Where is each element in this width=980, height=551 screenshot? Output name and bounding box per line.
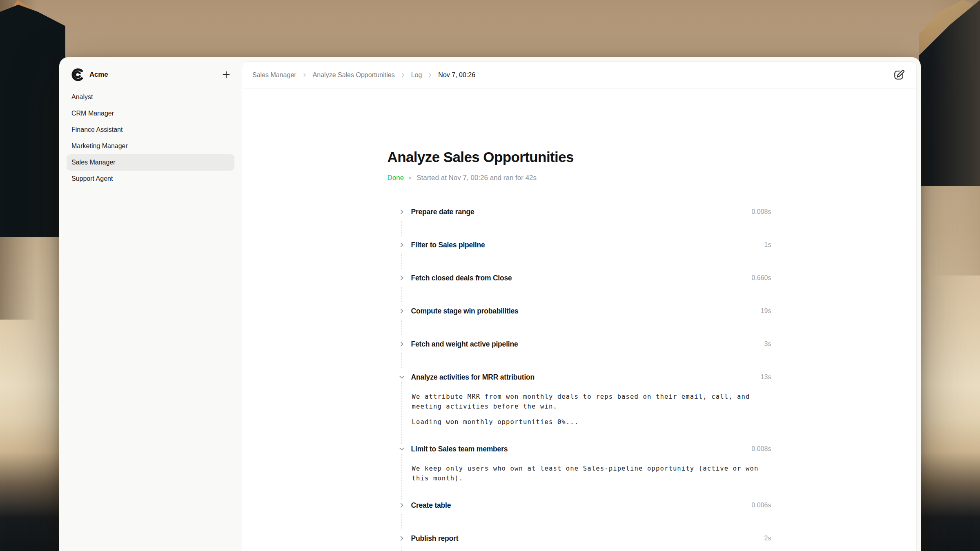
new-agent-button[interactable] — [220, 68, 233, 81]
step-name: Fetch and weight active pipeline — [411, 340, 518, 349]
sidebar-header: Acme — [59, 57, 242, 82]
sidebar-item-sales-manager[interactable]: Sales Manager — [67, 154, 234, 171]
step-log-line: Loading won monthly opportunities 0%... — [412, 417, 765, 427]
org-name: Acme — [89, 71, 108, 79]
status-badge: Done — [388, 174, 404, 182]
step-row[interactable]: Limit to Sales team members0.008s — [388, 444, 771, 454]
step-row[interactable]: Create table0.006s — [388, 500, 771, 510]
step: Compute stage win probabilities19s — [388, 306, 771, 339]
chevron-right-icon — [398, 535, 405, 542]
edit-button[interactable] — [891, 67, 906, 83]
breadcrumb-separator-icon — [427, 72, 433, 78]
chevron-down-icon — [398, 445, 405, 453]
breadcrumb-separator-icon — [400, 72, 406, 78]
step-list: Prepare date range0.008sFilter to Sales … — [388, 207, 771, 551]
chevron-down-icon — [398, 373, 405, 381]
step-connector — [388, 543, 771, 551]
step: Prepare date range0.008s — [388, 207, 771, 240]
breadcrumb-item[interactable]: Nov 7, 00:26 — [438, 71, 475, 79]
step-log-output: We keep only users who own at least one … — [401, 454, 771, 500]
brand: Acme — [71, 68, 108, 82]
step-name: Limit to Sales team members — [411, 445, 508, 453]
agent-list: AnalystCRM ManagerFinance AssistantMarke… — [59, 89, 242, 187]
step: Fetch and weight active pipeline3s — [388, 339, 771, 372]
breadcrumb-separator-icon — [302, 72, 307, 78]
step-row[interactable]: Fetch closed deals from Close0.660s — [388, 273, 771, 283]
step-name: Filter to Sales pipeline — [411, 241, 485, 249]
step: Limit to Sales team members0.008sWe keep… — [388, 444, 771, 500]
sidebar-item-marketing-manager[interactable]: Marketing Manager — [67, 138, 234, 154]
chevron-right-icon — [398, 274, 405, 282]
edit-square-icon — [893, 69, 905, 81]
step-duration: 0.660s — [751, 274, 771, 282]
step-duration: 0.008s — [751, 445, 771, 453]
step-name: Fetch closed deals from Close — [411, 274, 512, 282]
step-name: Analyze activities for MRR attribution — [411, 373, 535, 382]
desktop: Acme AnalystCRM ManagerFinance Assistant… — [0, 0, 980, 551]
step-row[interactable]: Prepare date range0.008s — [388, 207, 771, 217]
chevron-right-icon — [398, 241, 405, 249]
step-connector — [388, 217, 771, 240]
run-meta: Started at Nov 7, 00:26 and ran for 42s — [416, 174, 537, 182]
step-row[interactable]: Compute stage win probabilities19s — [388, 306, 771, 316]
step: Fetch closed deals from Close0.660s — [388, 273, 771, 306]
sidebar-item-support-agent[interactable]: Support Agent — [67, 171, 234, 187]
sidebar-item-finance-assistant[interactable]: Finance Assistant — [67, 122, 234, 138]
step-name: Compute stage win probabilities — [411, 307, 519, 315]
app-window: Acme AnalystCRM ManagerFinance Assistant… — [59, 57, 921, 551]
step-duration: 0.006s — [751, 502, 771, 509]
step-name: Create table — [411, 501, 451, 510]
step: Analyze activities for MRR attribution13… — [388, 372, 771, 444]
step-connector — [388, 510, 771, 533]
sidebar-item-crm-manager[interactable]: CRM Manager — [67, 105, 234, 122]
step-duration: 13s — [761, 373, 771, 381]
step: Filter to Sales pipeline1s — [388, 240, 771, 273]
breadcrumb-item[interactable]: Analyze Sales Opportunities — [313, 71, 395, 79]
breadcrumb: Sales ManagerAnalyze Sales Opportunities… — [252, 71, 475, 79]
step-name: Prepare date range — [411, 208, 474, 216]
breadcrumb-item[interactable]: Sales Manager — [252, 71, 296, 79]
step-log-line: We keep only users who own at least one … — [412, 464, 765, 483]
step-row[interactable]: Analyze activities for MRR attribution13… — [388, 372, 771, 382]
chevron-right-icon — [398, 502, 405, 509]
step-connector — [388, 349, 771, 372]
run-view: Analyze Sales Opportunities Done Started… — [388, 89, 771, 551]
step-connector — [388, 316, 771, 339]
step-row[interactable]: Filter to Sales pipeline1s — [388, 240, 771, 250]
step: Create table0.006s — [388, 500, 771, 533]
step-row[interactable]: Publish report2s — [388, 533, 771, 543]
step: Publish report2s — [388, 533, 771, 551]
run-title: Analyze Sales Opportunities — [388, 149, 771, 165]
step-duration: 3s — [764, 340, 771, 348]
step-log-output: We attribute MRR from won monthly deals … — [401, 382, 771, 444]
status-separator-dot — [409, 177, 411, 179]
step-duration: 2s — [764, 535, 771, 542]
step-duration: 0.008s — [751, 208, 771, 216]
main-panel: Sales ManagerAnalyze Sales Opportunities… — [242, 61, 917, 551]
run-status-line: Done Started at Nov 7, 00:26 and ran for… — [388, 174, 771, 182]
chevron-right-icon — [398, 340, 405, 348]
step-connector — [388, 283, 771, 306]
step-log-line: We attribute MRR from won monthly deals … — [412, 392, 765, 411]
wallpaper-foreground-left — [0, 0, 65, 237]
step-duration: 19s — [761, 307, 771, 315]
chevron-right-icon — [398, 307, 405, 315]
sidebar-item-analyst[interactable]: Analyst — [67, 89, 234, 105]
sidebar: Acme AnalystCRM ManagerFinance Assistant… — [59, 57, 242, 551]
acme-logo-icon — [71, 68, 85, 82]
plus-icon — [221, 70, 231, 80]
step-name: Publish report — [411, 534, 459, 543]
chevron-right-icon — [398, 208, 405, 216]
step-connector — [388, 250, 771, 273]
step-row[interactable]: Fetch and weight active pipeline3s — [388, 339, 771, 349]
panel-header: Sales ManagerAnalyze Sales Opportunities… — [242, 62, 916, 89]
step-duration: 1s — [764, 241, 771, 249]
breadcrumb-item[interactable]: Log — [411, 71, 422, 79]
